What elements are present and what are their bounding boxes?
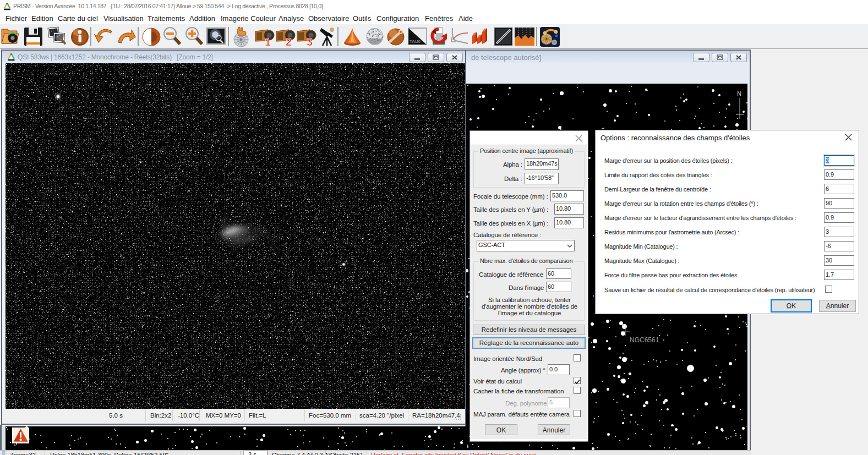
svg-text:3: 3 xyxy=(307,36,313,47)
svg-text:2: 2 xyxy=(286,36,292,47)
svg-text:1: 1 xyxy=(265,36,271,47)
svg-text:N: N xyxy=(737,90,741,97)
svg-text:TAU0: TAU0 xyxy=(410,39,421,44)
